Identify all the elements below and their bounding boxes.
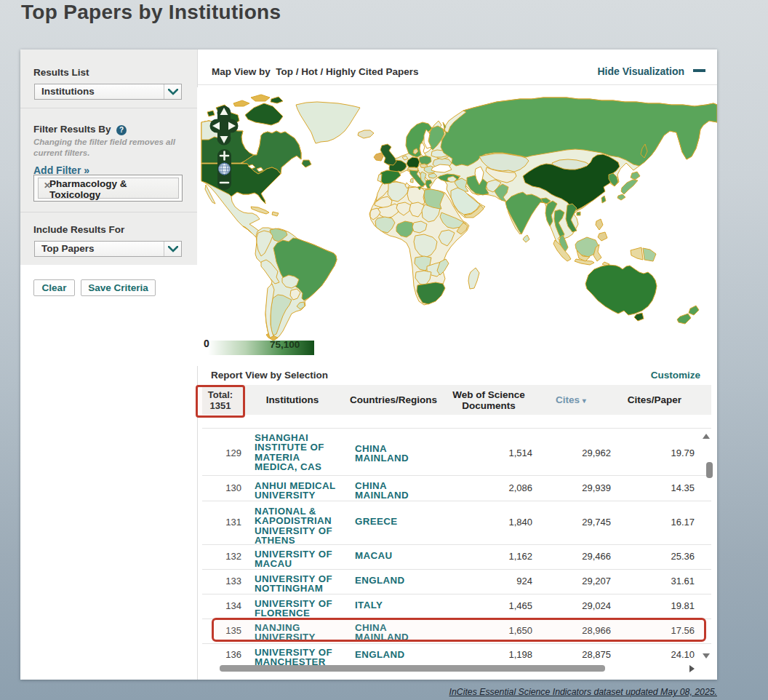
svg-text:0: 0 (204, 338, 209, 349)
svg-text:75,100: 75,100 (270, 339, 300, 350)
